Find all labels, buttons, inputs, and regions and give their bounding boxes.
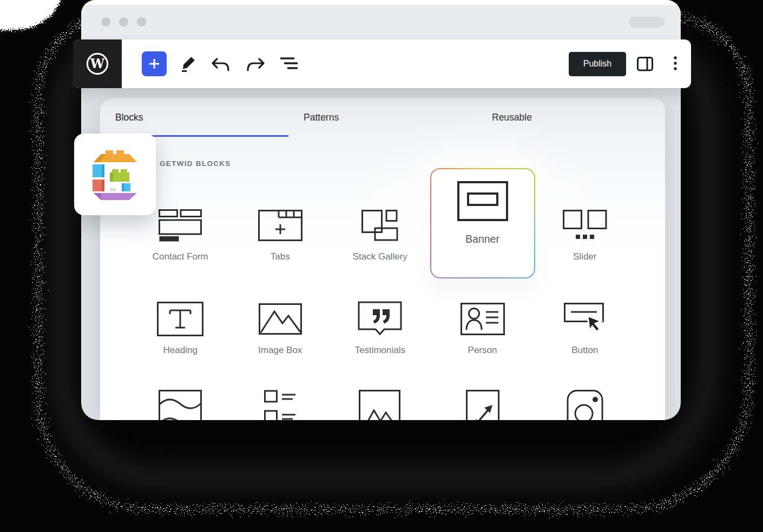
redo-button[interactable] bbox=[247, 56, 265, 71]
tabs-icon bbox=[258, 203, 302, 248]
tab-reusable[interactable]: Reusable bbox=[477, 112, 665, 123]
resize-diagonal-icon bbox=[466, 390, 499, 420]
wave-divider-icon bbox=[159, 390, 202, 420]
blocks-grid: Contact Form Tabs bbox=[130, 203, 635, 420]
undo-icon bbox=[211, 56, 229, 71]
svg-text:W: W bbox=[90, 56, 105, 71]
icon-list-icon bbox=[264, 390, 297, 420]
block-inserter-panel: Blocks Patterns Reusable GETWID BLOCKS bbox=[100, 98, 665, 420]
section-title: GETWID BLOCKS bbox=[160, 159, 231, 168]
block-item-heading[interactable]: Heading bbox=[130, 296, 231, 390]
traffic-light-close-button[interactable] bbox=[101, 17, 110, 26]
pencil-icon bbox=[180, 55, 196, 72]
page: W Pub bbox=[0, 0, 763, 532]
wordpress-icon: W bbox=[81, 47, 114, 81]
stack-gallery-icon bbox=[361, 203, 398, 248]
block-item-wave[interactable] bbox=[130, 390, 231, 420]
window-titlebar bbox=[81, 5, 681, 39]
block-item-person[interactable]: Person bbox=[430, 296, 535, 390]
redo-icon bbox=[247, 56, 265, 71]
kebab-menu-icon bbox=[673, 56, 678, 72]
block-item-media-image[interactable] bbox=[330, 390, 430, 420]
tab-patterns[interactable]: Patterns bbox=[288, 112, 477, 123]
block-item-button[interactable]: Button bbox=[535, 296, 635, 390]
block-item-tabs[interactable]: Tabs bbox=[231, 203, 331, 296]
block-label: Stack Gallery bbox=[353, 251, 407, 262]
block-item-stack-gallery[interactable]: Stack Gallery bbox=[330, 203, 430, 296]
undo-button[interactable] bbox=[211, 56, 229, 71]
testimonials-icon bbox=[358, 296, 402, 342]
block-item-image-box[interactable]: Image Box bbox=[231, 296, 331, 390]
person-icon bbox=[461, 296, 505, 342]
more-options-button[interactable] bbox=[673, 56, 678, 72]
block-item-testimonials[interactable]: Testimonials bbox=[330, 296, 430, 390]
block-item-resize[interactable] bbox=[430, 390, 535, 420]
image-box-icon bbox=[259, 296, 302, 342]
editor-toolbar: W Pub bbox=[73, 39, 691, 88]
block-item-slider[interactable]: Slider bbox=[535, 203, 635, 296]
media-image-icon bbox=[359, 390, 401, 420]
slider-icon bbox=[563, 203, 607, 248]
block-label: Button bbox=[571, 345, 598, 356]
block-label: Image Box bbox=[258, 345, 302, 356]
grunge-corner-highlight bbox=[0, 0, 65, 30]
wordpress-logo-button[interactable]: W bbox=[73, 39, 122, 88]
list-view-button[interactable] bbox=[280, 57, 299, 71]
block-item-icon-list[interactable] bbox=[231, 390, 331, 420]
block-label: Contact Form bbox=[153, 251, 208, 262]
contact-form-icon bbox=[159, 203, 202, 248]
window-top-rim bbox=[81, 0, 681, 5]
plus-icon bbox=[148, 57, 161, 70]
inserter-tabs: Blocks Patterns Reusable bbox=[100, 98, 665, 137]
list-view-icon bbox=[280, 57, 299, 71]
getwid-logo-icon bbox=[88, 148, 142, 202]
block-label: Testimonials bbox=[354, 345, 405, 356]
block-label: Person bbox=[468, 345, 497, 356]
heading-icon bbox=[157, 296, 203, 342]
getwid-logo-card bbox=[74, 134, 156, 215]
button-icon bbox=[564, 296, 606, 342]
banner-icon bbox=[457, 169, 508, 233]
sidebar-panel-icon bbox=[637, 57, 653, 71]
traffic-light-zoom-button[interactable] bbox=[137, 17, 146, 26]
instagram-icon bbox=[563, 390, 607, 420]
block-item-instagram[interactable] bbox=[535, 390, 635, 420]
titlebar-pill bbox=[629, 17, 665, 28]
block-item-contact-form[interactable]: Contact Form bbox=[130, 203, 231, 296]
tab-blocks[interactable]: Blocks bbox=[100, 112, 288, 123]
block-label: Banner bbox=[465, 233, 499, 245]
block-label: Slider bbox=[573, 251, 596, 262]
selected-block-card[interactable]: Banner bbox=[430, 168, 535, 278]
block-inserter-button[interactable] bbox=[142, 51, 167, 76]
settings-sidebar-toggle-button[interactable] bbox=[637, 57, 653, 71]
publish-button[interactable]: Publish bbox=[569, 52, 626, 76]
block-item-banner[interactable]: Banner bbox=[430, 203, 535, 296]
traffic-light-minimize-button[interactable] bbox=[119, 17, 128, 26]
block-label: Tabs bbox=[271, 251, 290, 262]
edit-mode-button[interactable] bbox=[180, 55, 196, 72]
block-label: Heading bbox=[163, 345, 198, 356]
